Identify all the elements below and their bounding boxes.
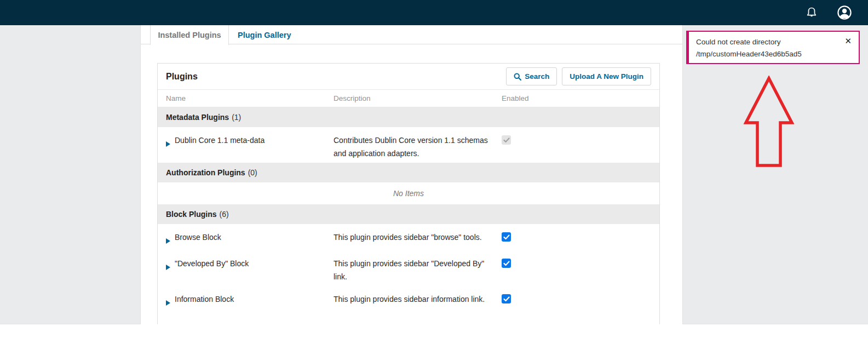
section-count: (1) xyxy=(232,113,241,122)
plugin-row: Dublin Core 1.1 meta-dataContributes Dub… xyxy=(158,127,659,163)
empty-row-label: No Items xyxy=(158,182,659,204)
plugin-description: Contributes Dublin Core version 1.1 sche… xyxy=(334,134,502,160)
plugin-description: This plugin provides sidebar information… xyxy=(334,293,502,310)
plugin-name-cell: Dublin Core 1.1 meta-data xyxy=(158,134,334,160)
section-header: Authorization Plugins(0) xyxy=(158,163,659,182)
plugin-enabled-cell xyxy=(502,293,659,310)
expand-arrow-icon[interactable] xyxy=(166,296,170,310)
plugin-name-cell: "Developed By" Block xyxy=(158,257,334,283)
screen: Installed Plugins Plugin Gallery Plugins… xyxy=(0,0,868,338)
left-sidebar-area xyxy=(0,25,141,324)
plugin-description: This plugin provides sidebar "Developed … xyxy=(334,257,502,283)
enabled-checkbox[interactable] xyxy=(502,259,511,268)
bottom-band xyxy=(0,324,868,338)
plugin-name-cell: Information Block xyxy=(158,293,334,310)
enabled-checkbox xyxy=(502,135,511,145)
tab-label: Plugin Gallery xyxy=(238,31,291,39)
right-background-area xyxy=(682,25,868,324)
section-header: Metadata Plugins(1) xyxy=(158,107,659,127)
plugin-enabled-cell xyxy=(502,257,659,283)
column-header-enabled: Enabled xyxy=(502,94,659,102)
close-icon[interactable]: ✕ xyxy=(844,37,852,45)
plugin-name: Browse Block xyxy=(175,231,221,244)
column-header-description: Description xyxy=(334,94,502,102)
expand-arrow-icon[interactable] xyxy=(166,138,170,151)
search-button[interactable]: Search xyxy=(506,67,557,85)
plugin-row: Browse BlockThis plugin provides sidebar… xyxy=(158,224,659,250)
red-arrow-annotation xyxy=(740,76,797,171)
upload-button-label: Upload A New Plugin xyxy=(570,72,643,81)
search-icon xyxy=(514,73,521,81)
plugin-description: This plugin provides sidebar "browse" to… xyxy=(334,231,502,248)
expand-arrow-icon[interactable] xyxy=(166,261,170,274)
search-button-label: Search xyxy=(525,72,549,81)
upload-new-plugin-button[interactable]: Upload A New Plugin xyxy=(562,67,651,85)
plugin-row: "Developed By" BlockThis plugin provides… xyxy=(158,250,659,286)
panel-header: Plugins Search Upload A New Plugin xyxy=(158,64,659,90)
section-header: Block Plugins(6) xyxy=(158,204,659,224)
expand-arrow-icon[interactable] xyxy=(166,234,170,248)
plugins-panel: Plugins Search Upload A New Plugin Name … xyxy=(157,63,660,324)
error-notification: Could not create directory /tmp/customHe… xyxy=(686,31,860,64)
plugin-name: "Developed By" Block xyxy=(175,257,249,270)
plugin-row: Information BlockThis plugin provides si… xyxy=(158,286,659,312)
top-navbar xyxy=(0,0,868,25)
section-count: (0) xyxy=(248,168,257,177)
plugin-sections: Metadata Plugins(1)Dublin Core 1.1 meta-… xyxy=(158,107,659,312)
plugin-enabled-cell xyxy=(502,134,659,160)
column-header-name: Name xyxy=(158,94,334,102)
section-title: Authorization Plugins xyxy=(166,168,245,177)
plugin-enabled-cell xyxy=(502,231,659,248)
table-header-row: Name Description Enabled xyxy=(158,90,659,107)
tab-plugin-gallery[interactable]: Plugin Gallery xyxy=(229,25,300,45)
notification-message: Could not create directory /tmp/customHe… xyxy=(696,38,802,58)
plugin-name: Information Block xyxy=(175,293,234,306)
section-title: Block Plugins xyxy=(166,210,217,219)
panel-title: Plugins xyxy=(166,72,506,82)
section-count: (6) xyxy=(220,210,229,219)
notification-bell-icon[interactable] xyxy=(803,4,820,21)
enabled-checkbox[interactable] xyxy=(502,232,511,242)
enabled-checkbox[interactable] xyxy=(502,294,511,303)
tab-label: Installed Plugins xyxy=(158,31,221,39)
user-avatar-icon[interactable] xyxy=(836,4,853,21)
tab-installed-plugins[interactable]: Installed Plugins xyxy=(150,25,229,45)
plugin-name-cell: Browse Block xyxy=(158,231,334,248)
plugin-name: Dublin Core 1.1 meta-data xyxy=(175,134,265,147)
section-title: Metadata Plugins xyxy=(166,113,229,122)
